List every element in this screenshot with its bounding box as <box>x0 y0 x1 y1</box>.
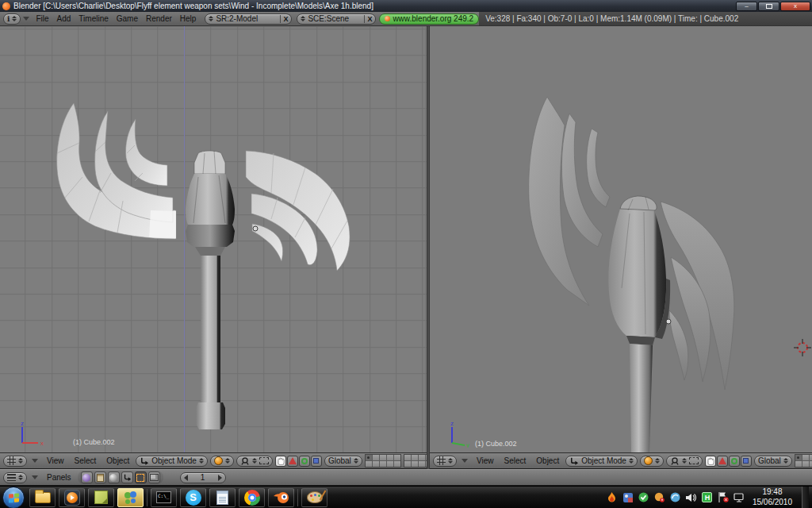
menu-game[interactable]: Game <box>113 14 142 23</box>
mode-stepper[interactable] <box>629 458 634 464</box>
editor-type-stepper[interactable] <box>18 458 23 464</box>
volume-tray-icon[interactable] <box>686 492 697 503</box>
manipulator-scale-toggle[interactable] <box>741 456 752 467</box>
close-button[interactable]: x <box>780 2 810 11</box>
layer-1[interactable] <box>366 455 372 460</box>
menu-view[interactable]: View <box>43 456 68 465</box>
taskbar-media-player[interactable] <box>59 488 85 507</box>
hamachi-tray-icon[interactable]: H <box>702 492 713 503</box>
screen-name[interactable]: SR:2-Model <box>216 14 278 23</box>
layer-16[interactable] <box>404 461 411 467</box>
screen-stepper[interactable] <box>209 16 213 21</box>
panels-menu[interactable]: Panels <box>43 473 75 482</box>
drawtype-stepper[interactable] <box>225 458 230 464</box>
menu-object[interactable]: Object <box>102 456 133 465</box>
header-menu-collapse-icon[interactable] <box>462 459 468 463</box>
antivirus-shield-tray-icon[interactable] <box>638 492 649 503</box>
taskbar-notepad[interactable] <box>209 488 236 507</box>
taskbar-skype[interactable]: S <box>180 488 206 507</box>
layer-13[interactable] <box>380 461 386 467</box>
layer-3[interactable] <box>380 455 386 460</box>
layer-8[interactable] <box>419 455 425 460</box>
pivot-dropdown[interactable] <box>236 456 273 467</box>
manipulator-rotate-toggle[interactable] <box>729 456 740 467</box>
page-prev-icon[interactable] <box>184 475 188 481</box>
screen-selector[interactable]: SR:2-Model X <box>205 13 292 25</box>
layer-5[interactable] <box>394 455 400 460</box>
layer-buttons-block1[interactable] <box>365 454 401 468</box>
header-menu-collapse-icon[interactable] <box>32 475 38 479</box>
taskbar-clock[interactable]: 19:48 15/06/2010 <box>753 487 792 507</box>
layer-buttons-block2[interactable] <box>404 454 427 468</box>
scene-delete-x[interactable]: X <box>364 15 372 23</box>
window-type-selector[interactable]: i <box>3 13 21 25</box>
scene-context-button[interactable] <box>148 471 160 483</box>
header-collapse-icon[interactable] <box>23 17 29 21</box>
taskbar-windows-explorer[interactable] <box>29 488 56 507</box>
page-next-icon[interactable] <box>218 475 222 481</box>
orientation-stepper[interactable] <box>354 458 358 464</box>
taskbar-sticky-notes[interactable] <box>88 488 114 507</box>
manipulator-translate-toggle[interactable] <box>287 456 298 467</box>
manipulator-rotate-toggle[interactable] <box>299 456 310 467</box>
editor-type-selector[interactable] <box>433 456 457 467</box>
shading-context-button[interactable] <box>108 471 120 483</box>
menu-view[interactable]: View <box>473 456 498 465</box>
layer-2[interactable] <box>373 455 379 460</box>
layer-4[interactable] <box>387 455 393 460</box>
security-suite-tray-icon[interactable] <box>622 492 634 503</box>
page-number[interactable]: 1 <box>201 473 205 482</box>
menu-select[interactable]: Select <box>71 456 101 465</box>
drawtype-stepper[interactable] <box>655 458 660 464</box>
show-desktop-button[interactable] <box>802 487 809 508</box>
orientation-dropdown[interactable]: Global <box>754 456 792 467</box>
flame-tray-icon[interactable] <box>607 492 618 503</box>
network-display-tray-icon[interactable] <box>733 492 745 503</box>
editor-type-stepper[interactable] <box>448 458 453 464</box>
restore-button[interactable] <box>758 2 779 11</box>
taskbar-msn-messenger[interactable] <box>117 488 144 507</box>
window-titlebar[interactable]: Blender [C:\Users\Charlie\Desktop\Flyff … <box>0 0 812 12</box>
scene-selector[interactable]: SCE:Scene X <box>297 13 376 25</box>
taskbar-chrome[interactable] <box>239 488 265 507</box>
blender-org-button[interactable]: www.blender.org 249.2 <box>379 13 479 25</box>
menu-timeline[interactable]: Timeline <box>75 14 112 23</box>
menu-add[interactable]: Add <box>53 14 75 23</box>
draw-type-dropdown[interactable] <box>210 456 234 467</box>
layer-7[interactable] <box>412 455 418 460</box>
menu-select[interactable]: Select <box>500 456 530 465</box>
screen-delete-x[interactable]: X <box>280 15 288 23</box>
editor-type-selector[interactable] <box>3 456 27 467</box>
layer-17[interactable] <box>412 461 418 467</box>
editor-type-selector[interactable] <box>3 472 27 483</box>
taskbar-blender[interactable] <box>268 488 294 507</box>
pivot-stepper[interactable] <box>252 458 257 464</box>
mode-dropdown[interactable]: Object Mode <box>565 456 638 467</box>
window-type-stepper[interactable] <box>12 16 17 21</box>
messenger-tray-icon[interactable] <box>670 492 681 503</box>
taskbar-command-prompt[interactable]: C:\_ <box>151 488 177 507</box>
menu-help[interactable]: Help <box>176 14 201 23</box>
layer-2[interactable] <box>802 455 809 460</box>
taskbar-paint[interactable] <box>301 488 327 507</box>
pivot-stepper[interactable] <box>682 458 687 464</box>
editor-type-stepper[interactable] <box>18 475 23 480</box>
move-centers-icon[interactable] <box>259 457 269 464</box>
scene-stepper[interactable] <box>301 16 305 21</box>
orientation-stepper[interactable] <box>783 458 788 464</box>
logic-context-button[interactable] <box>81 471 93 483</box>
manipulator-translate-toggle[interactable] <box>717 456 728 467</box>
layer-1[interactable] <box>795 455 802 460</box>
start-button[interactable] <box>2 487 25 508</box>
3d-viewport-left[interactable]: z x (1) Cube.002 <box>0 26 427 452</box>
manipulator-hand-toggle[interactable] <box>275 456 286 467</box>
update-alert-tray-icon[interactable] <box>654 492 665 503</box>
object-context-button[interactable] <box>121 471 133 483</box>
layer-11[interactable] <box>366 461 372 467</box>
scene-name[interactable]: SCE:Scene <box>308 14 362 23</box>
minimize-button[interactable]: – <box>736 2 757 11</box>
manipulator-hand-toggle[interactable] <box>705 456 716 467</box>
layer-buttons-block1[interactable] <box>795 454 812 468</box>
draw-type-dropdown[interactable] <box>640 456 664 467</box>
menu-object[interactable]: Object <box>532 456 563 465</box>
